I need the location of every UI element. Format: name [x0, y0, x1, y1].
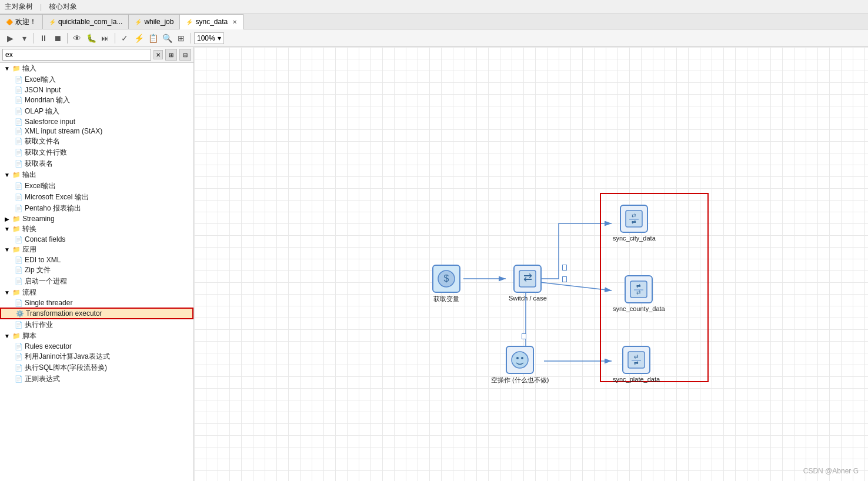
item-icon-start-process: 📄: [14, 278, 24, 285]
tree-item-concat-fields[interactable]: 📄 Concat fields: [0, 235, 193, 244]
tab-sync-data[interactable]: ⚡ sync_data ✕: [180, 14, 243, 29]
check-button[interactable]: ✓: [118, 32, 131, 45]
tree-item-zip-file[interactable]: 📄 Zip 文件: [0, 265, 193, 276]
section-label-input: 输入: [22, 64, 36, 74]
tab-while-job[interactable]: ⚡ while_job: [129, 14, 180, 29]
item-label-xml-stream: XML input stream (StAX): [25, 127, 102, 135]
tab-quicktable-label: quicktable_com_la...: [58, 18, 122, 26]
main-area: ✕ ⊞ ⊟ ▼ 📁 输入 📄 Excel输入 📄 JSON input: [0, 47, 868, 481]
tree-container[interactable]: ▼ 📁 输入 📄 Excel输入 📄 JSON input 📄 Mondrian…: [0, 63, 193, 481]
search-input[interactable]: [2, 49, 151, 61]
tree-section-input[interactable]: ▼ 📁 输入: [0, 63, 193, 74]
get-var-svg: $: [437, 269, 456, 288]
watermark: CSDN @Abner G: [803, 467, 859, 475]
zoom-value: 100%: [197, 34, 215, 42]
menu-item-main-tree[interactable]: 主对象树: [2, 1, 35, 13]
tree-item-olap[interactable]: 📄 OLAP 输入: [0, 106, 193, 117]
pause-button[interactable]: ⏸: [37, 32, 50, 45]
item-icon-json-input: 📄: [14, 86, 24, 94]
tab-bar: 🔶 欢迎！ ⚡ quicktable_com_la... ⚡ while_job…: [0, 14, 868, 29]
tree-section-output[interactable]: ▼ 📁 输出: [0, 169, 193, 181]
search-clear-button[interactable]: ✕: [153, 50, 163, 59]
tree-item-excel-output[interactable]: 📄 Excel输出: [0, 181, 193, 192]
item-icon-excel-input: 📄: [14, 76, 24, 83]
tree-item-single-threader[interactable]: 📄 Single threader: [0, 298, 193, 308]
sql-button[interactable]: 📋: [146, 32, 159, 45]
tree-item-exec-job[interactable]: 📄 执行作业: [0, 319, 193, 330]
explore-button[interactable]: 🔍: [161, 32, 173, 45]
node-sync-plate[interactable]: ⇄ ⇄ sync_plate_data: [613, 346, 660, 383]
expand-icon-streaming[interactable]: ▶: [2, 216, 12, 222]
tree-item-get-filerows[interactable]: 📄 获取文件行数: [0, 147, 193, 158]
svg-text:⇄: ⇄: [636, 283, 641, 289]
tree-item-get-tablename[interactable]: 📄 获取表名: [0, 158, 193, 169]
tree-item-xml-stream[interactable]: 📄 XML input stream (StAX): [0, 126, 193, 136]
switch-case-svg: ⇄: [518, 269, 537, 288]
expand-icon-app[interactable]: ▼: [2, 246, 12, 253]
section-label-streaming: Streaming: [22, 215, 55, 223]
tree-item-regex[interactable]: 📄 正则表达式: [0, 373, 193, 385]
item-icon-concat-fields: 📄: [14, 236, 24, 243]
debug-button[interactable]: 🐛: [85, 32, 98, 45]
search-collapse-button[interactable]: ⊟: [179, 49, 191, 61]
item-label-get-tablename: 获取表名: [25, 159, 53, 169]
tree-item-edi-xml[interactable]: 📄 EDI to XML: [0, 255, 193, 265]
tree-section-app[interactable]: ▼ 📁 应用: [0, 244, 193, 255]
folder-icon-input: 📁: [12, 65, 21, 72]
item-label-edi-xml: EDI to XML: [25, 256, 61, 264]
expand-icon-transform[interactable]: ▼: [2, 226, 12, 232]
tab-welcome[interactable]: 🔶 欢迎！: [0, 14, 43, 29]
node-sync-county[interactable]: ⇄ ⇄ sync_county_data: [613, 275, 665, 312]
tree-item-json-input[interactable]: 📄 JSON input: [0, 85, 193, 95]
item-label-zip-file: Zip 文件: [25, 265, 51, 275]
node-icon-sync-county: ⇄ ⇄: [625, 275, 653, 303]
separator-3: [115, 33, 115, 44]
tree-item-janino[interactable]: 📄 利用Janino计算Java表达式: [0, 351, 193, 362]
item-icon-rules-executor: 📄: [14, 343, 24, 350]
item-label-concat-fields: Concat fields: [25, 235, 65, 243]
tab-quicktable[interactable]: ⚡ quicktable_com_la...: [43, 14, 129, 29]
left-panel: ✕ ⊞ ⊟ ▼ 📁 输入 📄 Excel输入 📄 JSON input: [0, 47, 194, 481]
node-label-sync-city: sync_city_data: [613, 235, 656, 242]
node-icon-empty-op: [506, 346, 534, 374]
run-dropdown[interactable]: ▾: [18, 32, 31, 45]
tab-sync-data-close[interactable]: ✕: [232, 19, 237, 25]
node-get-var[interactable]: $ 获取变量: [432, 265, 460, 303]
tree-item-mondrian[interactable]: 📄 Mondrian 输入: [0, 95, 193, 106]
search-view-button[interactable]: ⊞: [165, 49, 177, 61]
tree-item-salesforce[interactable]: 📄 Salesforce input: [0, 117, 193, 126]
tree-section-transform[interactable]: ▼ 📁 转换: [0, 223, 193, 235]
item-label-json-input: JSON input: [25, 86, 61, 94]
grid-button[interactable]: ⊞: [175, 32, 188, 45]
node-switch-case[interactable]: ⇄ Switch / case: [509, 265, 547, 302]
tree-item-start-process[interactable]: 📄 启动一个进程: [0, 276, 193, 287]
tree-item-excel-input[interactable]: 📄 Excel输入: [0, 74, 193, 85]
step-button[interactable]: ⏭: [99, 32, 112, 45]
node-sync-city[interactable]: ⇄ ⇄ sync_city_data: [613, 205, 656, 242]
expand-icon-script[interactable]: ▼: [2, 333, 12, 339]
node-empty-op[interactable]: 空操作 (什么也不做): [491, 346, 549, 385]
tree-item-get-filename[interactable]: 📄 获取文件名: [0, 136, 193, 147]
tree-item-pentaho-report[interactable]: 📄 Pentaho 报表输出: [0, 203, 193, 214]
tree-item-exec-sql[interactable]: 📄 执行SQL脚本(字段流替换): [0, 362, 193, 373]
tree-item-ms-excel-output[interactable]: 📄 Microsoft Excel 输出: [0, 192, 193, 203]
expand-icon-output[interactable]: ▼: [2, 172, 12, 178]
run-button[interactable]: ▶: [4, 32, 16, 45]
tree-item-transform-executor[interactable]: ⚙️ Transformation executor: [0, 308, 193, 319]
expand-icon-flow[interactable]: ▼: [2, 289, 12, 296]
tree-section-streaming[interactable]: ▶ 📁 Streaming: [0, 214, 193, 223]
stop-button[interactable]: ⏹: [51, 32, 64, 45]
expand-icon-input[interactable]: ▼: [2, 65, 12, 72]
preview-button[interactable]: 👁: [71, 32, 84, 45]
impact-button[interactable]: ⚡: [132, 32, 145, 45]
tree-section-script[interactable]: ▼ 📁 脚本: [0, 330, 193, 342]
zoom-dropdown[interactable]: 100% ▾: [194, 32, 224, 44]
tree-section-flow[interactable]: ▼ 📁 流程: [0, 287, 193, 298]
tree-item-rules-executor[interactable]: 📄 Rules executor: [0, 342, 193, 351]
item-icon-exec-job: 📄: [14, 321, 24, 329]
menu-item-core-obj[interactable]: 核心对象: [46, 1, 79, 13]
section-label-output: 输出: [22, 170, 36, 180]
item-icon-exec-sql: 📄: [14, 364, 24, 372]
while-job-tab-icon: ⚡: [135, 19, 142, 25]
canvas-area[interactable]: $ 获取变量 ⇄ Switch / case: [194, 47, 868, 481]
